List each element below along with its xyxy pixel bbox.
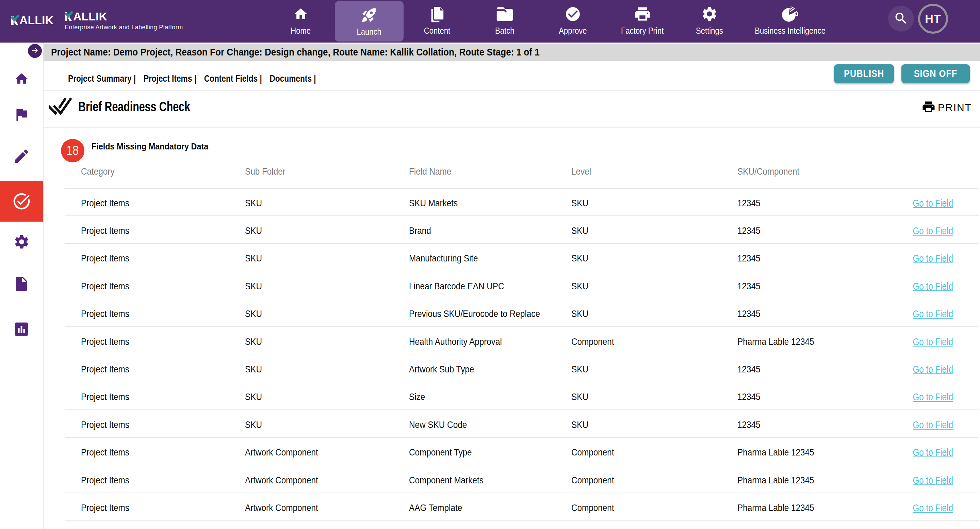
- go-to-field-link[interactable]: Go to Field: [913, 447, 953, 458]
- cell-field-name: AAG Template: [409, 503, 555, 513]
- search-icon: [894, 11, 908, 27]
- cell-category: Project Items: [81, 226, 229, 236]
- cell-category: Project Items: [81, 503, 229, 513]
- pie-chart-icon: [781, 5, 799, 23]
- arrow-right-icon: [31, 46, 39, 56]
- sidebar-item-reports[interactable]: [0, 309, 43, 350]
- table-row: Project ItemsSKUHealth Authority Approva…: [65, 327, 979, 354]
- printer-icon: [921, 100, 936, 115]
- main-content: Project Summary |Project Items |Content …: [44, 61, 980, 529]
- go-to-field-link[interactable]: Go to Field: [913, 225, 953, 237]
- cell-level: Component: [571, 447, 721, 458]
- gear-icon: [13, 234, 30, 250]
- column-header-field-name: Field Name: [409, 166, 555, 177]
- go-to-field-link[interactable]: Go to Field: [913, 364, 953, 375]
- documents-icon: [428, 5, 446, 23]
- cell-sub-folder: SKU: [245, 253, 393, 264]
- cell-sub-folder: SKU: [245, 364, 393, 375]
- nav-item-launch[interactable]: Launch: [335, 1, 404, 41]
- kallik-platform-logo[interactable]: ALLIK Enterprise Artwork and Labelling P…: [65, 11, 183, 31]
- cell-level: SKU: [571, 364, 721, 375]
- table-row: Project ItemsArtwork ComponentComponent …: [65, 465, 979, 493]
- go-to-field-link[interactable]: Go to Field: [913, 253, 953, 264]
- kallik-logo[interactable]: ALLIK: [11, 15, 53, 25]
- cell-category: Project Items: [81, 198, 229, 209]
- summary-row: 18 Fields Missing Mandatory Data: [61, 139, 221, 163]
- sidebar-item-flag[interactable]: [0, 94, 43, 135]
- nav-item-settings[interactable]: Settings: [678, 0, 741, 43]
- tab-project-items[interactable]: Project Items |: [143, 73, 196, 84]
- avatar[interactable]: HT: [918, 4, 948, 34]
- nav-item-label: Approve: [559, 25, 587, 36]
- table-header-row: CategorySub FolderField NameLevelSKU/Com…: [65, 163, 979, 180]
- sign-off-button[interactable]: SIGN OFF: [901, 64, 970, 83]
- kallik-logo-text: ALLIK: [19, 15, 53, 25]
- tab-documents[interactable]: Documents |: [269, 73, 316, 84]
- cell-sku-component: 12345: [737, 420, 888, 430]
- go-to-field-link[interactable]: Go to Field: [913, 336, 953, 347]
- section-header: Brief Readiness Check PRINT: [44, 91, 980, 127]
- cell-level: SKU: [571, 392, 721, 402]
- sidebar-item-readiness-check[interactable]: [0, 181, 43, 221]
- cell-category: Project Items: [81, 447, 229, 458]
- double-check-icon: [49, 96, 72, 118]
- nav-item-home[interactable]: Home: [267, 0, 335, 43]
- sidebar-item-home[interactable]: [0, 58, 43, 99]
- nav-item-content[interactable]: Content: [404, 0, 471, 43]
- cell-field-name: Previous SKU/Eurocode to Replace: [409, 309, 555, 319]
- cell-level: Component: [571, 337, 721, 347]
- cell-field-name: Health Authority Approval: [409, 337, 555, 347]
- sidebar-item-documents[interactable]: [0, 263, 43, 304]
- cell-sku-component: Pharma Lable 12345: [737, 337, 888, 347]
- cell-sku-component: 12345: [737, 309, 888, 319]
- publish-button[interactable]: PUBLISH: [834, 64, 894, 83]
- printer-icon: [633, 5, 651, 23]
- cell-category: Project Items: [81, 281, 229, 292]
- cell-category: Project Items: [81, 364, 229, 375]
- tab-project-summary[interactable]: Project Summary |: [68, 73, 136, 84]
- tab-content-fields[interactable]: Content Fields |: [204, 73, 262, 84]
- cell-sub-folder: SKU: [245, 198, 393, 209]
- go-to-field-link[interactable]: Go to Field: [913, 281, 953, 292]
- go-to-field-link[interactable]: Go to Field: [913, 392, 953, 403]
- table-row: Project ItemsSKUBrandSKU12345Go to Field: [65, 216, 979, 244]
- nav-item-label: Factory Print: [621, 25, 663, 36]
- flag-icon: [13, 106, 30, 123]
- go-to-field-link[interactable]: Go to Field: [913, 475, 953, 486]
- nav-item-factory-print[interactable]: Factory Print: [607, 0, 678, 43]
- brand-tagline: Enterprise Artwork and Labelling Platfor…: [65, 24, 183, 31]
- nav-item-business-intelligence[interactable]: Business Intelligence: [741, 0, 839, 43]
- kallik-k-icon: [65, 11, 73, 21]
- cell-field-name: Component Markets: [409, 475, 555, 486]
- sidebar-item-edit[interactable]: [0, 136, 43, 177]
- cell-level: SKU: [571, 253, 721, 264]
- cell-sub-folder: Artwork Component: [245, 475, 393, 486]
- search-button[interactable]: [888, 6, 914, 32]
- go-to-field-link[interactable]: Go to Field: [913, 198, 953, 209]
- cell-category: Project Items: [81, 420, 229, 430]
- cell-field-name: Linear Barcode EAN UPC: [409, 281, 555, 292]
- cell-level: SKU: [571, 309, 721, 319]
- nav-item-batch[interactable]: Batch: [471, 0, 538, 43]
- nav-item-label: Batch: [495, 25, 514, 36]
- go-to-field-link[interactable]: Go to Field: [913, 308, 953, 320]
- table-row: Project ItemsSKUSizeSKU12345Go to Field: [65, 382, 979, 410]
- cell-level: SKU: [571, 226, 721, 236]
- bar-chart-icon: [13, 320, 30, 338]
- print-button[interactable]: PRINT: [921, 100, 972, 115]
- project-info-text: Project Name: Demo Project, Reason For C…: [51, 47, 540, 58]
- cell-field-name: Manufacturing Site: [409, 253, 555, 264]
- cell-sub-folder: SKU: [245, 392, 393, 402]
- home-icon: [14, 72, 29, 86]
- kallik-k-icon: [11, 15, 19, 25]
- table-row: Project ItemsSKUSKU MarketsSKU12345Go to…: [65, 188, 979, 216]
- project-info-bar: Project Name: Demo Project, Reason For C…: [43, 43, 980, 61]
- sidebar-expand-button[interactable]: [28, 44, 42, 58]
- cell-sku-component: Pharma Lable 12345: [737, 475, 888, 486]
- sidebar-item-settings[interactable]: [0, 221, 43, 262]
- table-row: Project ItemsSKUNew SKU CodeSKU12345Go t…: [65, 410, 979, 437]
- go-to-field-link[interactable]: Go to Field: [913, 502, 953, 514]
- nav-item-approve[interactable]: Approve: [538, 0, 607, 43]
- go-to-field-link[interactable]: Go to Field: [913, 419, 953, 430]
- action-buttons: PUBLISH SIGN OFF: [834, 64, 970, 83]
